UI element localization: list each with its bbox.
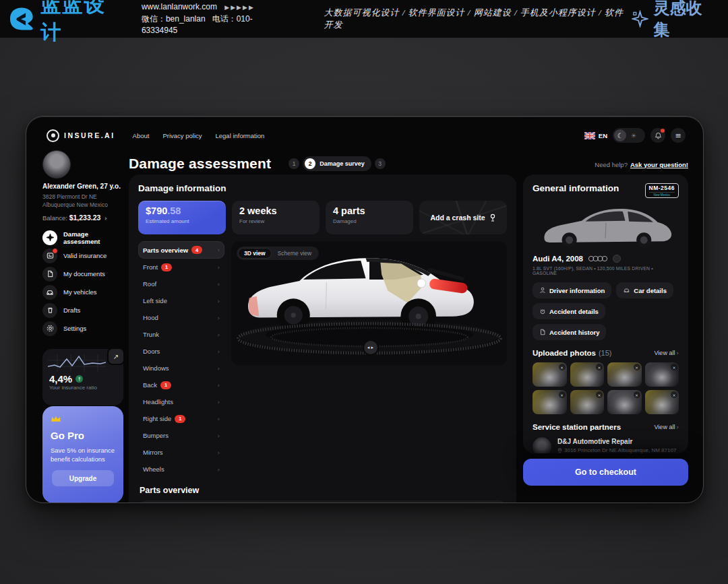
car-3d-viewer[interactable]: 3D view Scheme view bbox=[231, 241, 507, 365]
menu-button[interactable]: ≡ bbox=[671, 128, 686, 143]
sidebar-item-drafts[interactable]: Drafts bbox=[42, 301, 123, 319]
remove-photo-icon[interactable]: × bbox=[559, 391, 566, 398]
uploaded-photo[interactable]: × bbox=[533, 390, 567, 414]
uploaded-photo[interactable]: × bbox=[570, 362, 605, 387]
uploaded-photo[interactable]: × bbox=[645, 390, 679, 414]
view-all-partners-link[interactable]: View all› bbox=[655, 424, 679, 430]
audi-rings-icon bbox=[587, 255, 609, 262]
accident-history-button[interactable]: Accident history bbox=[533, 324, 606, 340]
trash-icon bbox=[42, 303, 57, 318]
estimated-amount-card: $790.58 Estimated amount bbox=[138, 201, 226, 234]
notification-dot bbox=[52, 248, 58, 254]
banner-wechat: 微信：ben_lanlan bbox=[142, 14, 206, 24]
review-time-card: 2 weeks For review bbox=[232, 201, 320, 234]
remove-photo-icon[interactable]: × bbox=[559, 364, 566, 370]
remove-photo-icon[interactable]: × bbox=[671, 391, 677, 398]
inspiration-label: 灵感收集 bbox=[654, 0, 716, 40]
car-details-button[interactable]: Car details bbox=[616, 282, 673, 298]
parts-nav-hood[interactable]: Hood › bbox=[138, 309, 224, 326]
user-address: 3828 Piermont Dr NE Albuquerque New Mexi… bbox=[42, 193, 108, 209]
info-badge[interactable] bbox=[613, 255, 621, 263]
expand-button[interactable]: ↗ bbox=[107, 348, 125, 365]
banner-url: www.lanlanwork.com bbox=[142, 2, 217, 11]
accident-details-button[interactable]: Accident details bbox=[533, 303, 605, 319]
view-all-photos-link[interactable]: View all› bbox=[655, 350, 679, 356]
notification-dot bbox=[661, 129, 665, 133]
remove-photo-icon[interactable]: × bbox=[596, 364, 603, 370]
app-nav: About Privacy policy Legal information bbox=[133, 132, 265, 139]
parts-nav-left-side[interactable]: Left side › bbox=[138, 292, 224, 309]
uploaded-photo[interactable]: × bbox=[607, 390, 642, 414]
parts-nav-windows[interactable]: Windows › bbox=[138, 360, 224, 377]
parts-nav-overview[interactable]: Parts overview 4 › bbox=[138, 241, 224, 259]
parts-nav-wheels[interactable]: Wheels › bbox=[138, 461, 224, 478]
view-3d-tab[interactable]: 3D view bbox=[238, 248, 272, 259]
sidebar-item-my-documents[interactable]: My documents bbox=[42, 265, 123, 283]
lanlan-logo: 蓝蓝设计 bbox=[9, 0, 124, 46]
parts-nav-trunk[interactable]: Trunk › bbox=[138, 326, 224, 343]
go-pro-title: Go Pro bbox=[51, 430, 115, 441]
crown-icon bbox=[51, 415, 61, 423]
parts-nav-front[interactable]: Front 1 › bbox=[138, 259, 224, 275]
step-2-active[interactable]: 2 Damage survey bbox=[303, 156, 371, 171]
language-selector[interactable]: EN bbox=[584, 132, 607, 139]
sidebar-item-valid-insurance[interactable]: Valid insurance bbox=[42, 247, 123, 265]
sidebar-item-settings[interactable]: Settings bbox=[42, 319, 123, 337]
view-scheme-tab[interactable]: Scheme view bbox=[272, 248, 318, 259]
parts-nav-headlights[interactable]: Headlights › bbox=[138, 393, 224, 410]
remove-photo-icon[interactable]: × bbox=[634, 364, 640, 370]
stat-cards: $790.58 Estimated amount 2 weeks For rev… bbox=[138, 201, 507, 234]
remove-photo-icon[interactable]: × bbox=[671, 364, 677, 370]
parts-nav-mirrors[interactable]: Mirrors › bbox=[138, 444, 224, 461]
sparkline-chart bbox=[48, 354, 106, 372]
uploaded-photo[interactable]: × bbox=[570, 390, 605, 414]
balance[interactable]: Balance: $1,233.23 › bbox=[42, 214, 107, 222]
parts-nav-back[interactable]: Back 1 › bbox=[138, 377, 224, 393]
theme-toggle[interactable]: ☾ ☀ bbox=[613, 128, 645, 143]
gear-icon bbox=[42, 321, 57, 336]
chevron-right-icon: › bbox=[217, 331, 220, 338]
parts-nav-doors[interactable]: Doors › bbox=[138, 343, 224, 360]
uploaded-photo[interactable]: × bbox=[645, 362, 679, 387]
driver-information-button[interactable]: Driver information bbox=[533, 282, 611, 298]
partner-address: 3016 Princeton Dr NE Albuquerque, NM 871… bbox=[557, 447, 676, 453]
partner-dj-automotive[interactable]: D&J Automotive Repair 3016 Princeton Dr … bbox=[533, 437, 679, 453]
step-1[interactable]: 1 bbox=[289, 158, 299, 169]
alert-icon bbox=[539, 308, 546, 315]
sidebar: Alexander Green, 27 y.o. 3828 Piermont D… bbox=[42, 146, 123, 502]
moon-icon[interactable]: ☾ bbox=[614, 129, 626, 141]
avatar[interactable] bbox=[42, 150, 71, 179]
parts-nav-right-side[interactable]: Right side 1 › bbox=[138, 410, 224, 427]
remove-photo-icon[interactable]: × bbox=[634, 391, 640, 398]
promo-banner: 蓝蓝设计 www.lanlanwork.com ▶▶▶▶▶ 微信：ben_lan… bbox=[0, 0, 728, 38]
remove-photo-icon[interactable]: × bbox=[596, 391, 603, 398]
step-3[interactable]: 3 bbox=[375, 158, 386, 169]
partner-logo bbox=[533, 437, 551, 453]
inspiration-collect: 灵感收集 bbox=[632, 0, 716, 40]
nav-about[interactable]: About bbox=[133, 132, 150, 139]
detail-buttons: Driver information Car details Accident … bbox=[533, 282, 679, 340]
sidebar-item-my-vehicles[interactable]: My vehicles bbox=[42, 283, 123, 301]
sun-icon[interactable]: ☀ bbox=[628, 132, 640, 139]
user-name: Alexander Green, 27 y.o. bbox=[42, 183, 121, 190]
insurance-ratio-card[interactable]: ↗ 4,4% ↑ Your insurance ratio bbox=[42, 349, 123, 405]
uploaded-photo[interactable]: × bbox=[533, 362, 567, 387]
insurance-card-icon bbox=[42, 249, 57, 263]
add-crash-site-button[interactable]: Add a crash site bbox=[419, 201, 507, 234]
help-link[interactable]: Need help?Ask your question! bbox=[595, 161, 688, 168]
part-card-front[interactable]: 4 Front 1 damage (scratches, dents) $280… bbox=[138, 500, 507, 503]
general-info-header: General information NM-2546 New Mexico bbox=[533, 183, 679, 198]
upgrade-button[interactable]: Upgrade bbox=[52, 470, 114, 486]
notifications-button[interactable] bbox=[650, 128, 665, 143]
nav-privacy-policy[interactable]: Privacy policy bbox=[162, 132, 202, 139]
nav-legal-information[interactable]: Legal information bbox=[216, 132, 265, 139]
main-content: Damage assessment 1 2 Damage survey 3 Da… bbox=[129, 154, 516, 503]
parts-nav-bumpers[interactable]: Bumpers › bbox=[138, 427, 224, 444]
parts-nav-roof[interactable]: Roof › bbox=[138, 275, 224, 292]
sidebar-item-damage-assessment[interactable]: Damage assessment bbox=[42, 228, 123, 247]
rotate-handle[interactable]: ◂ ▸ bbox=[363, 339, 379, 356]
banner-services: 大数据可视化设计 / 软件界面设计 / 网站建设 / 手机及小程序设计 / 软件… bbox=[324, 7, 631, 31]
uploaded-photo[interactable]: × bbox=[607, 362, 642, 387]
trend-up-icon: ↑ bbox=[75, 375, 83, 383]
go-to-checkout-button[interactable]: Go to checkout bbox=[523, 459, 688, 486]
